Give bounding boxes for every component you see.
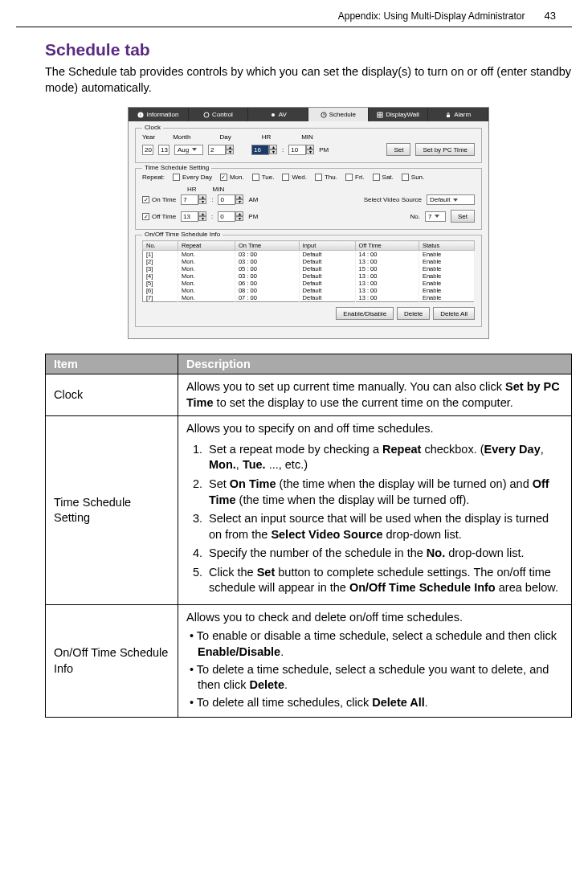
svg-point-2 [204,113,209,117]
tss-group-title: Time Schedule Setting [142,164,211,171]
list-item: Select an input source that will be used… [206,511,563,542]
repeat-day-checkbox[interactable]: Every Day [173,174,212,181]
on-min-spinner[interactable]: ▴▾ [235,194,243,205]
no-label: No. [410,213,420,220]
year-field-1[interactable]: 20 [142,145,153,155]
description-table: Item Description Clock Allows you to set… [45,354,572,718]
minute-field[interactable]: 10 [288,145,306,155]
delete-button[interactable]: Delete [397,307,430,320]
off-min-field[interactable]: 0 [218,211,235,222]
repeat-day-checkbox[interactable]: Wed. [282,174,307,181]
clock-set-button[interactable]: Set [386,143,410,156]
header-description: Description [178,354,572,374]
table-row[interactable]: [2]Mon.03 : 00Default13 : 00Enable [143,258,475,265]
column-header: Status [419,241,474,251]
off-ampm-label: PM [248,213,258,220]
table-row[interactable]: [6]Mon.08 : 00Default13 : 00Enable [143,287,475,294]
table-row[interactable]: [7]Mon.07 : 00Default13 : 00Enable [143,294,475,302]
chevron-down-icon [192,148,197,151]
table-row[interactable]: [1]Mon.03 : 00Default14 : 00Enable [143,251,475,259]
off-hour-field[interactable]: 13 [181,211,198,222]
minute-spinner[interactable]: ▴▾ [306,145,314,155]
hour-spinner[interactable]: ▴▾ [269,145,277,155]
on-hour-spinner[interactable]: ▴▾ [198,194,206,205]
tab-control[interactable]: Control [189,108,249,121]
enable-disable-button[interactable]: Enable/Disable [336,307,394,320]
item-time-schedule-setting: Time Schedule Setting [46,416,178,605]
sun-icon [270,112,276,118]
chevron-down-icon [435,215,439,218]
clock-group: Clock Year Month Day HR MIN 20 13 Aug 2▴… [135,128,482,163]
repeat-day-checkbox[interactable]: Fri. [345,174,365,181]
video-source-select[interactable]: Default [427,194,475,205]
repeat-day-checkbox[interactable]: Sat. [373,174,394,181]
table-row[interactable]: [4]Mon.03 : 00Default13 : 00Enable [143,272,475,280]
tss-hr-label: HR [187,186,197,193]
table-row[interactable]: [3]Mon.05 : 00Default15 : 00Enable [143,265,475,272]
header-title: Appendix: Using Multi-Display Administra… [338,10,525,22]
svg-rect-6 [447,115,450,117]
clock-group-title: Clock [142,124,163,131]
chevron-down-icon [453,198,458,202]
tab-information[interactable]: iInformation [129,108,189,121]
desc-time-schedule-setting: Allows you to specify on and off time sc… [178,416,572,605]
no-select[interactable]: 7 [425,211,446,222]
schedule-info-table[interactable]: No.RepeatOn TimeInputOff TimeStatus [1]M… [142,240,475,302]
screenshot-tabs: iInformation Control AV Schedule Display… [129,108,488,121]
tss-min-label: MIN [213,186,225,193]
column-header: No. [143,241,178,251]
off-time-checkbox[interactable]: ✓Off Time [142,213,176,220]
repeat-day-checkbox[interactable]: ✓Mon. [220,174,244,181]
list-item: Set On Time (the time when the display w… [206,477,563,508]
schedule-set-button[interactable]: Set [451,210,475,223]
tab-schedule[interactable]: Schedule [308,108,369,121]
list-item: To delete a time schedule, select a sche… [186,662,563,694]
time-schedule-setting-group: Time Schedule Setting Repeat: Every Day✓… [135,168,482,230]
list-item: Click the Set button to complete schedul… [206,565,563,596]
info-group-title: On/Off Time Schedule Info [142,231,223,238]
running-header: Appendix: Using Multi-Display Administra… [0,0,588,27]
table-row: Clock Allows you to set up current time … [46,374,572,416]
year-label: Year [142,133,155,141]
info-icon: i [137,112,144,118]
off-min-spinner[interactable]: ▴▾ [235,211,243,222]
day-field[interactable]: 2 [208,145,226,155]
set-by-pc-time-button[interactable]: Set by PC Time [415,143,475,156]
on-hour-field[interactable]: 7 [181,194,198,205]
column-header: Input [299,241,355,251]
min-label: MIN [301,133,313,141]
lock-icon [445,112,451,118]
list-item: Specify the number of the schedule in th… [206,546,563,562]
header-item: Item [46,354,178,374]
column-header: On Time [235,241,299,251]
day-label: Day [219,133,231,141]
svg-text:i: i [141,113,141,117]
tab-displaywall[interactable]: DisplayWall [369,108,429,121]
repeat-day-checkbox[interactable]: Thu. [315,174,337,181]
column-header: Repeat [178,241,235,251]
desc-clock: Allows you to set up current time manual… [178,374,572,416]
off-hour-spinner[interactable]: ▴▾ [198,211,206,222]
tab-alarm[interactable]: Alarm [428,108,488,121]
month-select[interactable]: Aug [174,145,203,155]
on-min-field[interactable]: 0 [218,194,235,205]
table-row: On/Off Time Schedule Info Allows you to … [46,604,572,717]
month-label: Month [173,133,190,141]
tools-icon [203,112,210,118]
hour-field[interactable]: 16 [251,145,269,155]
page-number: 43 [545,10,556,22]
year-field-2[interactable]: 13 [158,145,169,155]
hr-label: HR [262,133,272,141]
tab-av[interactable]: AV [248,108,308,121]
item-clock: Clock [46,374,178,416]
day-spinner[interactable]: ▴▾ [226,145,234,155]
repeat-day-checkbox[interactable]: Sun. [402,174,424,181]
delete-all-button[interactable]: Delete All [433,307,475,320]
repeat-day-checkbox[interactable]: Tue. [252,174,275,181]
section-title: Schedule tab [45,40,572,59]
grid-icon [377,112,383,118]
on-time-checkbox[interactable]: ✓On Time [142,196,176,203]
list-item: To delete all time schedules, click Dele… [186,695,563,711]
table-row[interactable]: [5]Mon.06 : 00Default13 : 00Enable [143,280,475,287]
on-ampm-label: AM [248,196,258,203]
